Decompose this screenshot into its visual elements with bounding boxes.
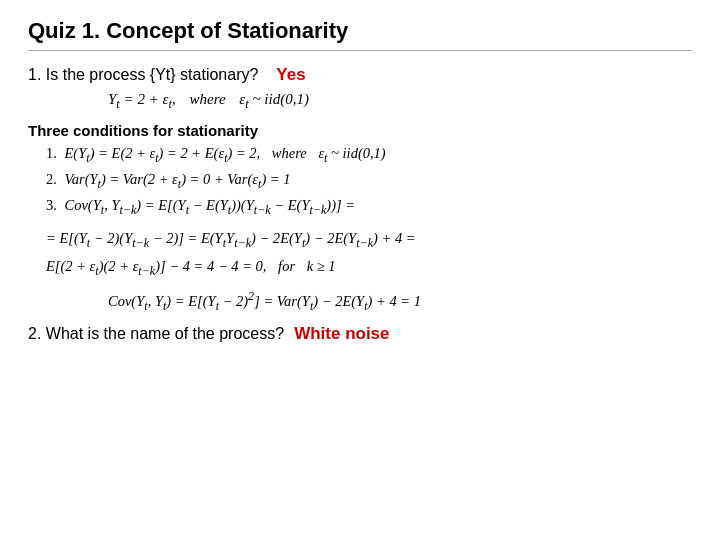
cov-line-1: = E[(Yt − 2)(Yt−k − 2)] = E(YtYt−k) − 2E… [46, 227, 692, 253]
question2-line: 2. What is the name of the process? Whit… [28, 324, 692, 344]
cond1-where: where [272, 145, 307, 161]
condition-1-num: 1. [46, 145, 57, 161]
condition-2-text: Var(Yt) = Var(2 + εt) = 0 + Var(εt) = 1 [65, 171, 291, 187]
divider [28, 50, 692, 51]
condition-1: 1. E(Yt) = E(2 + εt) = 2 + E(εt) = 2, wh… [46, 143, 692, 167]
cov-expansion-block: = E[(Yt − 2)(Yt−k − 2)] = E(YtYt−k) − 2E… [46, 227, 692, 281]
condition-1-text: E(Yt) = E(2 + εt) = 2 + E(εt) = 2, where… [65, 145, 386, 161]
cov-for: for [278, 258, 295, 274]
formula1-lhs: Yt = 2 + εt, [108, 91, 176, 107]
condition-3: 3. Cov(Yt, Yt−k) = E[(Yt − E(Yt))(Yt−k −… [46, 195, 692, 219]
condition-3-num: 3. [46, 197, 57, 213]
conditions-list: 1. E(Yt) = E(2 + εt) = 2 + E(εt) = 2, wh… [46, 143, 692, 219]
page-title: Quiz 1. Concept of Stationarity [28, 18, 692, 44]
cov-line-2: E[(2 + εt)(2 + εt−k)] − 4 = 4 − 4 = 0, f… [46, 255, 692, 281]
formula1-rhs: εt ~ iid(0,1) [239, 91, 309, 107]
cov-formula-block: Cov(Yt, Yt) = E[(Yt − 2)2] = Var(Yt) − 2… [108, 289, 692, 314]
formula1-block: Yt = 2 + εt, where εt ~ iid(0,1) [108, 91, 692, 112]
condition-2-num: 2. [46, 171, 57, 187]
question1-answer: Yes [276, 65, 305, 85]
formula1-where: where [189, 91, 225, 107]
question2-answer: White noise [294, 324, 389, 344]
question2-text: 2. What is the name of the process? [28, 325, 284, 343]
question1-text: 1. Is the process {Yt} stationary? [28, 66, 258, 84]
condition-2: 2. Var(Yt) = Var(2 + εt) = 0 + Var(εt) =… [46, 169, 692, 193]
three-conditions-label: Three conditions for stationarity [28, 122, 692, 139]
condition-3-text: Cov(Yt, Yt−k) = E[(Yt − E(Yt))(Yt−k − E(… [65, 197, 356, 213]
question1-line: 1. Is the process {Yt} stationary? Yes [28, 65, 692, 85]
